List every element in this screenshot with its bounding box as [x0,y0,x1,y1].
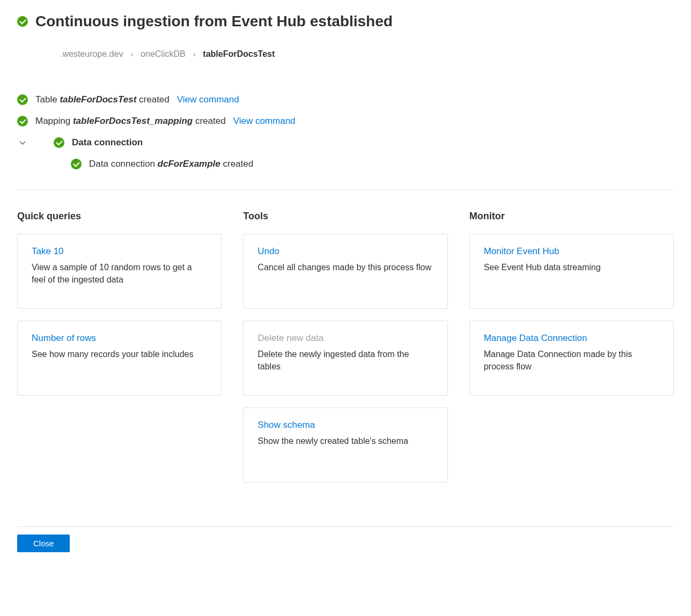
success-icon [17,116,28,127]
card-title-link[interactable]: Show schema [258,420,433,431]
card-description: Delete the newly ingested data from the … [258,348,433,373]
card-description: View a sample of 10 random rows to get a… [32,261,207,286]
success-icon [17,94,28,105]
card-title-link[interactable]: Take 10 [32,246,207,257]
card-description: Cancel all changes made by this process … [258,261,433,273]
breadcrumb-database[interactable]: oneClickDB [141,49,186,59]
column-monitor: Monitor Monitor Event Hub See Event Hub … [469,211,674,494]
status-list: Table tableForDocsTest created View comm… [17,89,674,175]
view-command-link[interactable]: View command [177,94,239,105]
view-command-link[interactable]: View command [233,116,296,127]
success-icon [71,159,82,169]
chevron-right-icon: › [193,50,196,58]
page-title: Continuous ingestion from Event Hub esta… [35,13,393,30]
breadcrumb-cluster[interactable]: .westeurope.dev [60,49,123,59]
card-description: Manage Data Connection made by this proc… [484,348,659,373]
status-data-connection[interactable]: Data connection [17,132,674,153]
page-header: Continuous ingestion from Event Hub esta… [17,13,674,30]
breadcrumb-table: tableForDocsTest [203,49,275,59]
status-table-created: Table tableForDocsTest created View comm… [17,89,674,110]
card-number-of-rows[interactable]: Number of rows See how many records your… [17,321,222,396]
card-description: See how many records your table includes [32,348,207,360]
card-monitor-event-hub[interactable]: Monitor Event Hub See Event Hub data str… [469,234,674,309]
success-icon [54,137,64,148]
card-undo[interactable]: Undo Cancel all changes made by this pro… [243,234,447,309]
status-text: Table tableForDocsTest created [35,94,170,105]
status-text: Data connection [72,137,143,148]
card-show-schema[interactable]: Show schema Show the newly created table… [243,407,447,483]
status-data-connection-child: Data connection dcForExample created [17,153,674,175]
breadcrumb: .westeurope.dev › oneClickDB › tableForD… [60,49,674,59]
close-button[interactable]: Close [17,535,70,552]
column-title: Monitor [469,211,674,222]
column-title: Quick queries [17,211,222,222]
footer: Close [17,526,674,552]
column-quick-queries: Quick queries Take 10 View a sample of 1… [17,211,222,494]
cards-section: Quick queries Take 10 View a sample of 1… [17,211,674,494]
card-delete-new-data: Delete new data Delete the newly ingeste… [243,321,447,396]
card-title-link: Delete new data [258,333,433,344]
card-manage-data-connection[interactable]: Manage Data Connection Manage Data Conne… [469,321,674,396]
status-mapping-created: Mapping tableForDocsTest_mapping created… [17,110,674,132]
divider [17,190,674,190]
status-text: Mapping tableForDocsTest_mapping created [35,116,226,127]
card-description: Show the newly created table's schema [258,435,433,447]
column-tools: Tools Undo Cancel all changes made by th… [243,211,447,494]
column-title: Tools [243,211,447,222]
card-description: See Event Hub data streaming [484,261,659,273]
card-take-10[interactable]: Take 10 View a sample of 10 random rows … [17,234,222,309]
chevron-right-icon: › [130,50,133,58]
card-title-link[interactable]: Number of rows [32,333,207,344]
success-icon [17,16,28,27]
chevron-down-icon[interactable] [17,138,28,147]
status-text: Data connection dcForExample created [89,159,253,169]
card-title-link[interactable]: Undo [258,246,433,257]
card-title-link[interactable]: Manage Data Connection [484,333,659,344]
card-title-link[interactable]: Monitor Event Hub [484,246,659,257]
